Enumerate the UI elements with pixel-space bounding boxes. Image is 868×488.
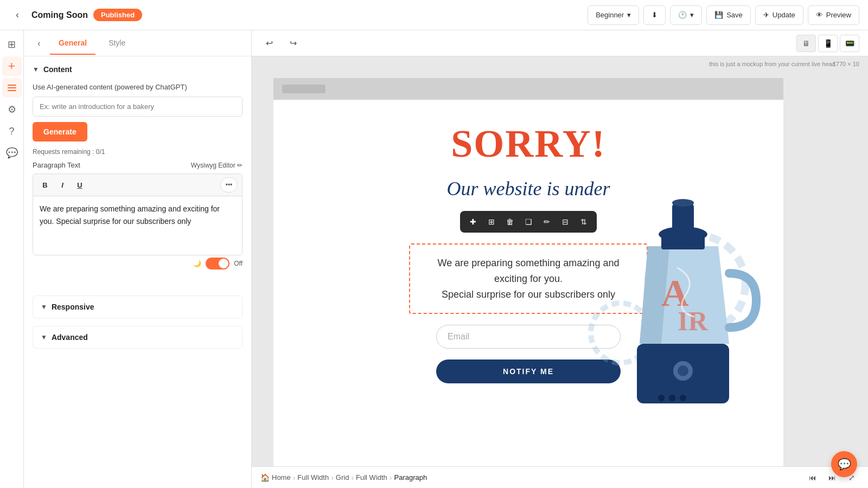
history-button[interactable]: 🕐 ▾ [670,5,702,25]
breadcrumb-grid[interactable]: Grid [336,473,349,481]
sidebar-item-settings[interactable]: ⚙ [2,100,22,119]
tab-general[interactable]: General [50,32,95,55]
italic-button[interactable]: I [55,177,70,192]
panel-back-button[interactable]: ‹ [33,37,46,50]
header-logo-placeholder [282,85,326,93]
view-controls: 🖥 📱 📟 [796,35,859,52]
advanced-section-title: Advanced [52,333,88,342]
download-button[interactable]: ⬇ [643,5,666,25]
canvas-toolbar: ↩ ↪ 🖥 📱 📟 [252,30,868,56]
svg-point-14 [672,199,694,207]
topbar-left: ‹ Coming Soon Published [9,7,581,24]
toggle-knob [219,259,228,268]
dark-mode-toggle[interactable] [206,258,229,269]
rte-toolbar: B I U ••• [33,174,242,196]
rte-content-area[interactable]: We are preparing something amazing and e… [33,196,242,255]
responsive-section[interactable]: ▼ Responsive [33,296,242,318]
nav-first-button[interactable]: ⏮ [805,470,820,485]
requests-remaining-text: Requests remaining : 0/1 [33,148,242,156]
preview-button[interactable]: 👁 Preview [808,5,859,25]
sidebar-item-add[interactable]: + [2,56,22,76]
svg-rect-13 [672,203,694,236]
svg-point-10 [680,395,686,401]
sidebar-item-messages[interactable]: 💬 [2,143,22,163]
breadcrumb-paragraph-label: Paragraph [394,473,427,481]
toggle-row: 🌙 Off [33,258,242,269]
panel-content: ▼ Content Use AI-generated content (powe… [24,56,251,488]
breadcrumb-full-width-1[interactable]: Full Width [297,473,329,481]
svg-text:IR: IR [678,306,708,336]
back-button[interactable]: ‹ [9,7,26,24]
underline-button[interactable]: U [72,177,87,192]
rte-more-button[interactable]: ••• [220,177,238,192]
float-move-button[interactable]: ✚ [465,214,481,229]
advanced-section-header: ▼ Advanced [41,333,234,342]
responsive-section-title: Responsive [52,303,94,311]
generate-button[interactable]: Generate [33,122,87,142]
breadcrumb-full-width-1-label: Full Width [297,473,329,481]
toggle-off-label: Off [234,260,242,267]
chat-bubble-icon: 💬 [838,458,851,471]
preview-label: Preview [826,11,851,19]
collapse-arrow-icon: ▼ [41,333,47,341]
save-button[interactable]: 💾 Save [706,5,751,25]
icon-sidebar: ⊞ + ⚙ ? 💬 [0,30,24,488]
tab-style[interactable]: Style [100,32,134,55]
float-duplicate-button[interactable]: ❏ [521,214,536,229]
breadcrumb-grid-label: Grid [336,473,349,481]
save-icon: 💾 [714,11,723,19]
blender-illustration: A IR [556,78,783,466]
page-title: Coming Soon [31,10,88,20]
bold-button[interactable]: B [37,177,53,192]
preview-icon: 👁 [816,11,823,19]
breadcrumb-home[interactable]: 🏠 Home [260,473,291,482]
svg-point-8 [658,395,665,401]
ai-prompt-input[interactable] [33,97,242,117]
panel-sidebar: ‹ General Style ▼ Content Use AI-generat… [24,30,252,488]
advanced-section[interactable]: ▼ Advanced [33,326,242,349]
breadcrumb-paragraph[interactable]: Paragraph [394,473,427,481]
chevron-down-icon: ▾ [690,11,694,19]
svg-point-9 [669,395,675,401]
collapse-arrow-icon: ▼ [33,66,39,73]
save-label: Save [726,11,743,19]
wysiwyg-editor-link[interactable]: Wysiwyg Editor ✏ [191,162,242,169]
sidebar-item-layout[interactable]: ⊞ [2,35,22,54]
responsive-section-header: ▼ Responsive [41,303,234,311]
collapse-arrow-icon: ▼ [41,303,47,311]
topbar: ‹ Coming Soon Published Beginner ▾ ⬇ 🕐 ▾… [0,0,868,30]
content-section-header[interactable]: ▼ Content [33,65,242,74]
float-copy-button[interactable]: ⊞ [484,214,499,229]
breadcrumb-separator: › [390,473,392,482]
sidebar-item-help[interactable]: ? [2,121,22,141]
breadcrumb-full-width-2-label: Full Width [356,473,387,481]
toggle-label: 🌙 [193,260,201,267]
published-badge: Published [93,9,142,21]
breadcrumb-separator: › [351,473,354,482]
paragraph-label: Paragraph Text [33,161,80,169]
chat-bubble-button[interactable]: 💬 [831,451,857,477]
breadcrumb-bar: 🏠 Home › Full Width › Grid › Full Width … [252,466,868,488]
update-label: Update [773,11,795,19]
page-canvas: SORRY! Our website is under ✚ ⊞ 🗑 ❏ ✏ ⊟ … [273,78,783,466]
breadcrumb-home-label: Home [272,473,291,481]
topbar-right: Beginner ▾ ⬇ 🕐 ▾ 💾 Save ✈ Update 👁 Previ… [588,5,859,25]
beginner-label: Beginner [596,11,624,19]
desktop-view-button[interactable]: 🖥 [796,35,816,52]
canvas-live-label: this is just a mockup from your current … [709,61,835,67]
download-icon: ⬇ [652,11,658,19]
content-section: ▼ Content Use AI-generated content (powe… [33,65,242,269]
float-edit-button[interactable]: ✏ [539,214,554,229]
ai-label: Use AI-generated content (powered by Cha… [33,82,242,92]
sidebar-item-list[interactable] [2,78,22,98]
canvas-scroll: this is just a mockup from your current … [252,56,868,466]
redo-button[interactable]: ↪ [284,35,302,52]
undo-button[interactable]: ↩ [260,35,278,52]
tablet-view-button[interactable]: 📱 [818,35,838,52]
history-icon: 🕐 [678,11,687,19]
beginner-mode-button[interactable]: Beginner ▾ [588,5,639,25]
breadcrumb-full-width-2[interactable]: Full Width [356,473,387,481]
float-delete-button[interactable]: 🗑 [502,214,518,229]
update-button[interactable]: ✈ Update [755,5,803,25]
mobile-view-button[interactable]: 📟 [840,35,859,52]
